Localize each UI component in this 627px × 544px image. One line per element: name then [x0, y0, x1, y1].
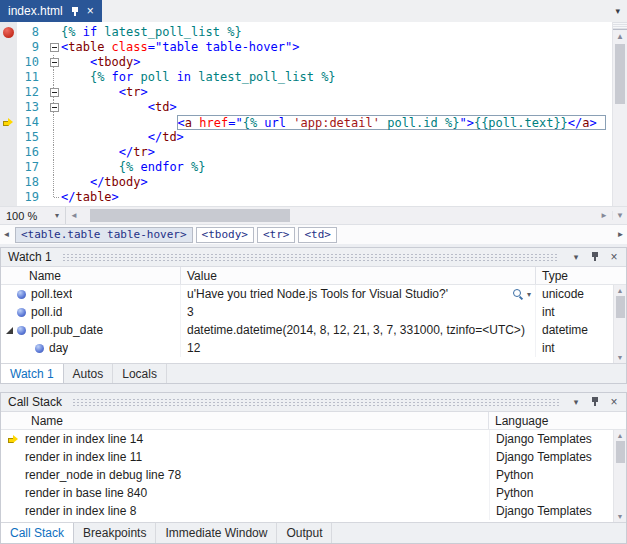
code-line[interactable]: 18 </tbody> [0, 175, 612, 190]
watch-title-bar[interactable]: Watch 1 ▾ × [1, 248, 626, 267]
scroll-right-icon[interactable]: ► [596, 211, 612, 220]
column-header-type[interactable]: Type [536, 267, 626, 284]
breadcrumb-scroll-left-icon[interactable]: ◄ [0, 230, 13, 239]
scroll-down-icon[interactable]: ▼ [617, 511, 624, 522]
pin-icon[interactable] [590, 251, 600, 262]
window-position-icon[interactable]: ▾ [569, 252, 583, 262]
breakpoint-margin[interactable] [0, 40, 17, 55]
callstack-scrollbar[interactable]: ▲▼ [613, 430, 626, 522]
editor-vertical-scrollbar[interactable]: ▲ [612, 22, 627, 206]
code-lines[interactable]: 8{% if latest_poll_list %}9<table class=… [0, 22, 612, 206]
collapse-region-icon[interactable] [50, 103, 59, 112]
tab-index-html[interactable]: index.html × [0, 0, 102, 22]
breadcrumb-tag[interactable]: <tr> [257, 227, 296, 243]
callstack-frame[interactable]: render in index line 14Django Templates [1, 430, 626, 448]
scroll-up-icon[interactable]: ▲ [617, 430, 624, 441]
breakpoint-icon[interactable] [3, 27, 14, 38]
outlining-margin[interactable] [47, 40, 61, 55]
tab-output[interactable]: Output [277, 523, 332, 543]
column-header-language[interactable]: Language [489, 412, 626, 429]
collapse-region-icon[interactable] [50, 58, 59, 67]
callstack-frame[interactable]: render in base line 840Python [1, 484, 626, 502]
watch-row[interactable]: day12int [1, 339, 626, 357]
visualizer-dropdown-icon[interactable]: ▾ [527, 290, 531, 299]
breakpoint-margin[interactable] [0, 25, 17, 40]
window-position-icon[interactable]: ▾ [569, 397, 583, 407]
column-header-name[interactable]: Name [1, 412, 489, 429]
callstack-frame[interactable]: render in index line 11Django Templates [1, 448, 626, 466]
collapse-region-icon[interactable] [50, 43, 59, 52]
collapse-region-icon[interactable] [50, 88, 59, 97]
scroll-left-icon[interactable]: ◄ [66, 211, 82, 220]
breakpoint-margin[interactable] [0, 130, 17, 145]
scroll-up-icon[interactable]: ▲ [613, 30, 627, 43]
outlining-margin[interactable] [47, 160, 61, 175]
code-line[interactable]: 16 </tr> [0, 145, 612, 160]
tab-breakpoints[interactable]: Breakpoints [74, 523, 156, 543]
breadcrumb-tag[interactable]: <tbody> [196, 227, 254, 243]
code-line[interactable]: 17 {% endfor %} [0, 160, 612, 175]
watch-scrollbar[interactable]: ▲▼ [613, 285, 626, 363]
close-icon[interactable]: × [607, 395, 621, 409]
document-list-dropdown-icon[interactable]: ▾ [608, 6, 627, 16]
breadcrumb-tag[interactable]: <table.table table-hover> [15, 227, 193, 243]
scrollbar-thumb[interactable] [90, 209, 290, 222]
outlining-margin[interactable] [47, 25, 61, 40]
code-line[interactable]: 12 <tr> [0, 85, 612, 100]
code-line[interactable]: 13 <td> [0, 100, 612, 115]
watch-row[interactable]: poll.pub_datedatetime.datetime(2014, 8, … [1, 321, 626, 339]
tab-immediate-window[interactable]: Immediate Window [156, 523, 277, 543]
breakpoint-margin[interactable] [0, 55, 17, 70]
code-line[interactable]: 8{% if latest_poll_list %} [0, 25, 612, 40]
tab-locals[interactable]: Locals [113, 364, 167, 383]
outlining-margin[interactable] [47, 55, 61, 70]
scrollbar-track[interactable] [82, 207, 596, 224]
close-icon[interactable]: × [87, 5, 94, 17]
close-icon[interactable]: × [607, 250, 621, 264]
scroll-down-icon[interactable]: ▼ [617, 352, 624, 363]
breadcrumb-tag[interactable]: <td> [298, 227, 337, 243]
zoom-select[interactable]: 100 % ▾ [0, 207, 66, 224]
outlining-margin[interactable] [47, 115, 61, 130]
code-editor[interactable]: 8{% if latest_poll_list %}9<table class=… [0, 22, 627, 244]
scrollbar-thumb[interactable] [616, 441, 625, 463]
outlining-margin[interactable] [47, 70, 61, 85]
tab-watch-1[interactable]: Watch 1 [1, 364, 64, 383]
breakpoint-margin[interactable] [0, 190, 17, 205]
breakpoint-margin[interactable] [0, 100, 17, 115]
code-line[interactable]: 10 <tbody> [0, 55, 612, 70]
tab-autos[interactable]: Autos [64, 364, 114, 383]
scrollbar-thumb[interactable] [616, 296, 625, 318]
code-line[interactable]: 9<table class="table table-hover"> [0, 40, 612, 55]
callstack-frame[interactable]: render in index line 8Django Templates [1, 502, 626, 520]
breadcrumb-scroll-right-icon[interactable]: ► [614, 230, 627, 239]
code-line[interactable]: 11 {% for poll in latest_poll_list %} [0, 70, 612, 85]
breakpoint-margin[interactable] [0, 145, 17, 160]
pin-icon[interactable] [70, 6, 80, 17]
scroll-up-icon[interactable]: ▲ [617, 285, 624, 296]
call-stack-title-bar[interactable]: Call Stack ▾ × [1, 393, 626, 412]
outlining-margin[interactable] [47, 130, 61, 145]
panel-splitter[interactable] [0, 384, 627, 392]
tab-call-stack[interactable]: Call Stack [1, 523, 74, 543]
code-line[interactable]: 19</table> [0, 190, 612, 205]
scrollbar-thumb[interactable] [615, 44, 625, 104]
outlining-margin[interactable] [47, 145, 61, 160]
outlining-margin[interactable] [47, 100, 61, 115]
magnifier-icon[interactable] [513, 289, 524, 300]
scroll-down-icon[interactable]: ▼ [612, 211, 627, 220]
outlining-margin[interactable] [47, 190, 61, 205]
breakpoint-margin[interactable] [0, 160, 17, 175]
pin-icon[interactable] [590, 396, 600, 407]
breakpoint-margin[interactable] [0, 85, 17, 100]
breakpoint-margin[interactable] [0, 175, 17, 190]
watch-row[interactable]: poll.textu'Have you tried Node.js Tools … [1, 285, 626, 303]
breakpoint-margin[interactable] [0, 70, 17, 85]
callstack-frame[interactable]: render_node in debug line 78Python [1, 466, 626, 484]
code-line[interactable]: 15 </td> [0, 130, 612, 145]
watch-row[interactable]: poll.id3int [1, 303, 626, 321]
code-line[interactable]: 14 <a href="{% url 'app:detail' poll.id … [0, 115, 612, 130]
column-header-name[interactable]: Name [1, 267, 181, 284]
breakpoint-margin[interactable] [0, 115, 17, 130]
expand-icon[interactable] [6, 327, 13, 334]
